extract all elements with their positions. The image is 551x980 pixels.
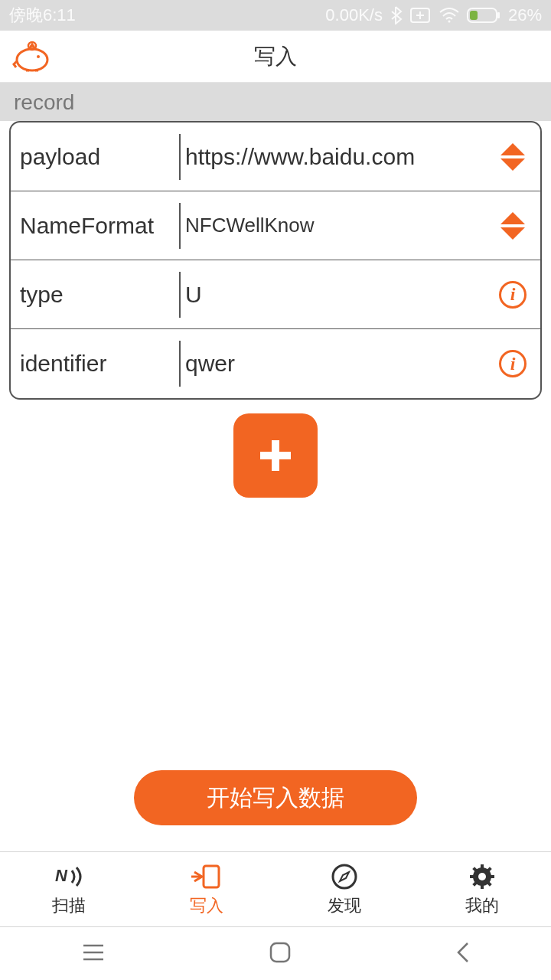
status-battery-pct: 26% (508, 5, 542, 25)
bottom-nav: N 扫描 写入 发现 我的 (0, 851, 551, 926)
sys-menu-button[interactable] (80, 942, 106, 965)
plus-icon (253, 433, 298, 479)
wifi-icon (439, 8, 459, 23)
header-title: 写入 (254, 42, 297, 71)
system-nav-bar (0, 926, 551, 980)
nav-discover-label: 发现 (328, 894, 361, 917)
nameformat-value[interactable]: NFCWellKnow (181, 214, 494, 237)
sys-back-button[interactable] (454, 940, 471, 968)
home-icon (268, 940, 292, 965)
nameformat-label: NameFormat (20, 203, 181, 249)
nav-write[interactable]: 写入 (138, 852, 276, 926)
nav-scan-label: 扫描 (52, 894, 86, 917)
nav-write-label: 写入 (190, 894, 223, 917)
nav-mine-label: 我的 (465, 894, 499, 917)
svg-point-3 (448, 21, 450, 23)
compass-icon (331, 862, 358, 891)
svg-rect-16 (204, 866, 219, 887)
status-speed: 0.00K/s (325, 5, 383, 25)
status-bar: 傍晚6:11 0.00K/s 26% (0, 0, 551, 31)
write-icon (191, 862, 222, 891)
svg-rect-6 (470, 11, 478, 20)
battery-icon (467, 8, 500, 23)
record-label: record (14, 90, 537, 115)
back-icon (454, 940, 471, 965)
identifier-label: identifier (20, 341, 181, 387)
payload-value[interactable]: https://www.baidu.com (181, 144, 494, 170)
svg-point-18 (333, 865, 356, 888)
nav-mine[interactable]: 我的 (413, 852, 551, 926)
nfc-icon: N (54, 862, 84, 891)
identifier-info-icon[interactable]: i (494, 350, 531, 377)
menu-icon (80, 942, 106, 962)
svg-point-29 (478, 873, 486, 880)
app-logo-icon: ¥ (12, 38, 52, 75)
identifier-row[interactable]: identifier qwer i (11, 329, 540, 398)
app-header: ¥ 写入 (0, 31, 551, 83)
record-card: payload https://www.baidu.com NameFormat… (9, 121, 542, 400)
type-info-icon[interactable]: i (494, 281, 531, 309)
sys-home-button[interactable] (268, 940, 292, 968)
identifier-value[interactable]: qwer (181, 351, 494, 377)
type-value[interactable]: U (181, 282, 494, 308)
record-section-header: record (0, 83, 551, 121)
nameformat-sort-icon[interactable] (494, 212, 531, 240)
start-write-label: 开始写入数据 (207, 782, 344, 814)
nameformat-row[interactable]: NameFormat NFCWellKnow (11, 191, 540, 260)
gear-icon (468, 862, 496, 891)
type-label: type (20, 272, 181, 318)
svg-point-7 (17, 49, 47, 70)
nav-discover[interactable]: 发现 (276, 852, 413, 926)
payload-label: payload (20, 134, 181, 180)
type-row[interactable]: type U i (11, 260, 540, 329)
payload-row[interactable]: payload https://www.baidu.com (11, 122, 540, 191)
svg-rect-5 (497, 12, 500, 18)
svg-text:¥: ¥ (31, 44, 34, 50)
status-time: 傍晚6:11 (9, 4, 76, 27)
bluetooth-icon (390, 6, 403, 24)
svg-rect-33 (271, 943, 289, 962)
payload-sort-icon[interactable] (494, 143, 531, 171)
battery-saver-icon (410, 8, 432, 23)
nav-scan[interactable]: N 扫描 (0, 852, 138, 926)
add-button[interactable] (233, 413, 318, 498)
svg-text:N: N (55, 866, 68, 885)
start-write-button[interactable]: 开始写入数据 (134, 770, 417, 825)
svg-point-8 (37, 55, 40, 58)
